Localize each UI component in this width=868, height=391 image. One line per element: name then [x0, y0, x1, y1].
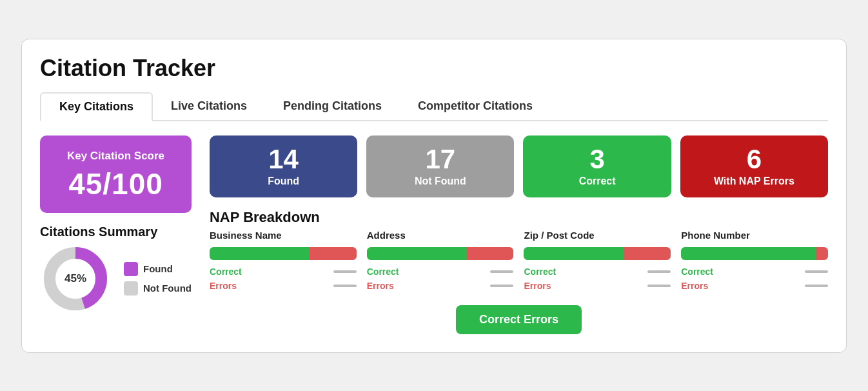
stat-number-found: 14 [216, 146, 351, 173]
legend: Found Not Found [124, 262, 192, 296]
legend-dot-found [124, 262, 138, 276]
nap-badge-correct-business-name [333, 270, 357, 273]
nap-bar-red-phone [816, 247, 828, 260]
nap-row-errors-phone: Errors [681, 281, 828, 291]
stat-number-not-found: 17 [373, 146, 508, 173]
donut-center-label: 45% [64, 272, 86, 285]
legend-item-not-found: Not Found [124, 281, 192, 296]
main-content: Key Citation Score 45/100 Citations Summ… [40, 135, 828, 334]
stat-label-found: Found [216, 175, 351, 187]
tab-competitor-citations[interactable]: Competitor Citations [400, 92, 551, 120]
nap-col-title-business-name: Business Name [210, 230, 357, 241]
nap-breakdown: NAP Breakdown Business Name Correct [210, 209, 828, 291]
nap-correct-label-zip: Correct [524, 266, 556, 277]
nap-errors-label-business-name: Errors [210, 281, 237, 291]
action-row: Correct Errors [210, 305, 828, 334]
nap-row-errors-address: Errors [367, 281, 514, 291]
tab-pending-citations[interactable]: Pending Citations [265, 92, 400, 120]
legend-label-found: Found [143, 263, 173, 274]
nap-bar-green-business-name [210, 247, 310, 260]
legend-item-found: Found [124, 262, 192, 276]
nap-badge-errors-business-name [333, 285, 357, 287]
nap-row-correct-address: Correct [367, 266, 514, 277]
nap-bar-address [367, 247, 514, 260]
page-title: Citation Tracker [40, 55, 828, 82]
legend-dot-not-found [124, 281, 138, 296]
left-panel: Key Citation Score 45/100 Citations Summ… [40, 135, 192, 314]
nap-bar-red-zip [624, 247, 671, 260]
nap-bar-green-zip [524, 247, 624, 260]
nap-grid: Business Name Correct Errors [210, 230, 828, 291]
nap-bar-green-address [367, 247, 467, 260]
nap-bar-green-phone [681, 247, 816, 260]
nap-title: NAP Breakdown [210, 209, 828, 226]
nap-badge-errors-address [490, 285, 513, 287]
stat-number-nap-errors: 6 [687, 146, 822, 173]
stat-box-found: 14 Found [210, 135, 357, 197]
nap-col-address: Address Correct Errors [367, 230, 514, 291]
nap-row-correct-phone: Correct [681, 266, 828, 277]
stat-box-not-found: 17 Not Found [366, 135, 514, 197]
donut-chart: 45% [40, 243, 111, 314]
nap-correct-label-phone: Correct [681, 266, 713, 277]
score-box-label: Key Citation Score [55, 150, 176, 163]
tabs-container: Key Citations Live Citations Pending Cit… [40, 92, 828, 121]
nap-errors-label-zip: Errors [524, 281, 551, 291]
nap-errors-label-phone: Errors [681, 281, 708, 291]
nap-row-errors-business-name: Errors [210, 281, 357, 291]
tab-live-citations[interactable]: Live Citations [153, 92, 265, 120]
nap-bar-zip [524, 247, 671, 260]
legend-label-not-found: Not Found [143, 283, 192, 294]
stat-box-correct: 3 Correct [523, 135, 671, 197]
nap-bar-red-address [467, 247, 514, 260]
nap-col-title-phone: Phone Number [681, 230, 828, 241]
nap-badge-correct-address [490, 270, 513, 273]
stat-box-nap-errors: 6 With NAP Errors [680, 135, 828, 197]
summary-chart-area: 45% Found Not Found [40, 243, 192, 314]
nap-row-errors-zip: Errors [524, 281, 671, 291]
nap-col-zip: Zip / Post Code Correct Errors [524, 230, 671, 291]
citation-tracker-card: Citation Tracker Key Citations Live Cita… [21, 39, 847, 353]
nap-row-correct-business-name: Correct [210, 266, 357, 277]
nap-correct-label-business-name: Correct [210, 266, 242, 277]
nap-bar-red-business-name [310, 247, 357, 260]
stat-label-not-found: Not Found [373, 175, 508, 187]
correct-errors-button[interactable]: Correct Errors [456, 305, 582, 334]
stat-number-correct: 3 [529, 146, 664, 173]
stats-row: 14 Found 17 Not Found 3 Correct 6 With N… [210, 135, 828, 197]
nap-col-title-zip: Zip / Post Code [524, 230, 671, 241]
summary-title: Citations Summary [40, 225, 192, 239]
nap-bar-phone [681, 247, 828, 260]
stat-label-nap-errors: With NAP Errors [687, 175, 822, 187]
citations-summary: Citations Summary 45% [40, 225, 192, 314]
nap-bar-business-name [210, 247, 357, 260]
nap-row-correct-zip: Correct [524, 266, 671, 277]
score-box-value: 45/100 [55, 166, 176, 201]
nap-col-business-name: Business Name Correct Errors [210, 230, 357, 291]
nap-badge-correct-zip [647, 270, 671, 273]
nap-correct-label-address: Correct [367, 266, 399, 277]
nap-badge-correct-phone [805, 270, 828, 273]
nap-col-phone: Phone Number Correct Errors [681, 230, 828, 291]
nap-badge-errors-phone [805, 285, 828, 287]
nap-errors-label-address: Errors [367, 281, 394, 291]
stat-label-correct: Correct [529, 175, 664, 187]
nap-badge-errors-zip [647, 285, 671, 287]
right-panel: 14 Found 17 Not Found 3 Correct 6 With N… [210, 135, 828, 334]
tab-key-citations[interactable]: Key Citations [40, 92, 153, 121]
nap-col-title-address: Address [367, 230, 514, 241]
score-box: Key Citation Score 45/100 [40, 135, 192, 213]
